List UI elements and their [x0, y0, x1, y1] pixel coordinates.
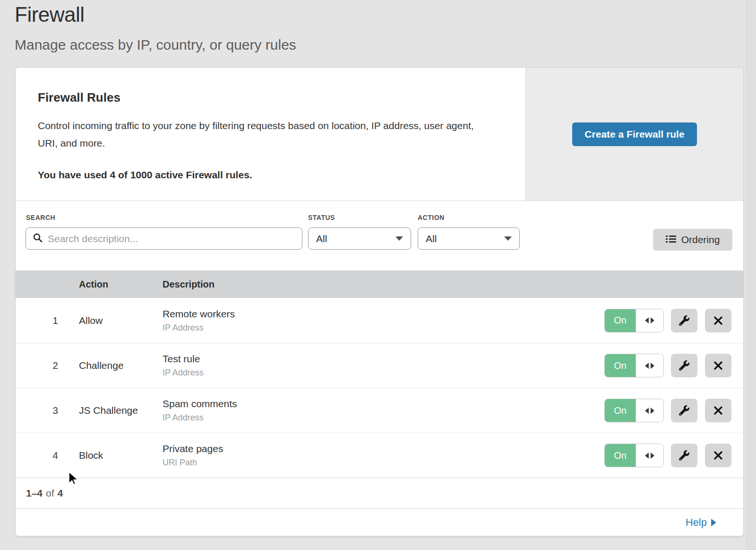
action-column-header: Action [79, 279, 163, 290]
action-select[interactable]: All [418, 227, 520, 250]
toggle-on-button[interactable]: On [605, 399, 636, 422]
table-row: 1 Allow Remote workers IP Address On [16, 298, 743, 343]
edit-rule-button[interactable] [671, 444, 697, 467]
rule-match-type: URI Path [163, 458, 601, 468]
rules-heading: Firewall Rules [38, 90, 510, 105]
priority-arrows-button[interactable] [636, 309, 663, 332]
delete-rule-button[interactable] [705, 309, 731, 332]
rule-description: Test rule [163, 353, 601, 365]
toggle-on-button[interactable]: On [605, 444, 636, 467]
rule-priority: 1 [16, 315, 79, 326]
delete-rule-button[interactable] [705, 444, 731, 467]
status-select[interactable]: All [308, 227, 411, 250]
action-selected-value: All [426, 233, 437, 244]
rule-action: Allow [79, 315, 163, 326]
pagination-of-label: of [46, 488, 54, 499]
close-icon [713, 316, 723, 325]
left-right-arrows-icon [644, 408, 655, 414]
ordering-button-label: Ordering [681, 234, 720, 245]
status-toggle: On [604, 444, 664, 467]
chevron-down-icon [395, 236, 403, 241]
card-footer: Help [16, 508, 743, 536]
priority-arrows-button[interactable] [636, 354, 663, 377]
edit-rule-button[interactable] [671, 354, 697, 377]
search-icon [33, 233, 43, 245]
search-box [26, 227, 302, 250]
rules-intro-section: Firewall Rules Control incoming traffic … [16, 68, 743, 201]
status-selected-value: All [316, 233, 327, 244]
wrench-icon [679, 360, 689, 371]
caret-right-icon [711, 519, 716, 526]
rule-priority: 4 [16, 450, 79, 461]
table-row: 4 Block Private pages URI Path On [16, 433, 743, 478]
status-label: STATUS [308, 214, 335, 221]
status-toggle: On [604, 399, 664, 422]
pagination-total: 4 [58, 488, 63, 499]
page-title: Firewall [15, 3, 85, 26]
toggle-on-button[interactable]: On [605, 354, 636, 377]
status-toggle: On [604, 309, 664, 332]
rules-description: Control incoming traffic to your zone by… [38, 117, 491, 152]
create-firewall-rule-button[interactable]: Create a Firewall rule [572, 122, 696, 146]
scrollbar-track[interactable] [745, 0, 756, 550]
action-label: ACTION [418, 214, 445, 221]
edit-rule-button[interactable] [671, 399, 697, 422]
close-icon [713, 406, 723, 415]
rule-match-type: IP Address [163, 413, 601, 423]
help-link-label: Help [686, 516, 707, 529]
rule-action: Challenge [79, 360, 163, 371]
page-subtitle: Manage access by IP, country, or query r… [15, 37, 296, 53]
table-header: Action Description [16, 271, 743, 298]
search-label: SEARCH [26, 214, 55, 221]
create-rule-panel: Create a Firewall rule [525, 68, 743, 201]
rule-description: Private pages [163, 443, 601, 454]
help-link[interactable]: Help [686, 516, 716, 529]
priority-arrows-button[interactable] [636, 399, 663, 422]
left-right-arrows-icon [644, 363, 655, 369]
left-right-arrows-icon [644, 317, 655, 323]
table-row: 2 Challenge Test rule IP Address On [16, 343, 743, 388]
mouse-cursor [68, 471, 80, 488]
left-right-arrows-icon [644, 453, 655, 459]
rule-match-type: IP Address [163, 323, 601, 333]
description-column-header: Description [163, 279, 601, 290]
pagination-range: 1–4 [26, 488, 43, 499]
rule-match-type: IP Address [163, 368, 601, 378]
wrench-icon [679, 405, 689, 416]
ordered-list-icon [666, 234, 676, 245]
rule-action: Block [79, 450, 163, 461]
firewall-rules-card: Firewall Rules Control incoming traffic … [16, 68, 743, 536]
wrench-icon [679, 315, 689, 326]
chevron-down-icon [504, 236, 512, 241]
close-icon [713, 361, 723, 370]
search-input[interactable] [48, 233, 295, 244]
delete-rule-button[interactable] [705, 354, 731, 377]
toggle-on-button[interactable]: On [605, 309, 636, 332]
wrench-icon [679, 450, 689, 461]
close-icon [713, 451, 723, 460]
rule-priority: 3 [16, 405, 79, 416]
edit-rule-button[interactable] [671, 309, 697, 332]
priority-arrows-button[interactable] [636, 444, 663, 467]
ordering-button[interactable]: Ordering [653, 229, 732, 251]
table-row: 3 JS Challenge Spam comments IP Address … [16, 388, 743, 433]
rules-usage-note: You have used 4 of 1000 active Firewall … [38, 169, 510, 181]
rule-priority: 2 [16, 360, 79, 371]
rule-action: JS Challenge [79, 405, 163, 416]
pagination-bar: 1–4 of 4 [16, 478, 743, 508]
rule-description: Remote workers [163, 308, 601, 320]
filter-bar: SEARCH STATUS All ACTION All Ordering [16, 201, 743, 271]
status-toggle: On [604, 354, 664, 377]
delete-rule-button[interactable] [705, 399, 731, 422]
rule-description: Spam comments [163, 398, 601, 410]
